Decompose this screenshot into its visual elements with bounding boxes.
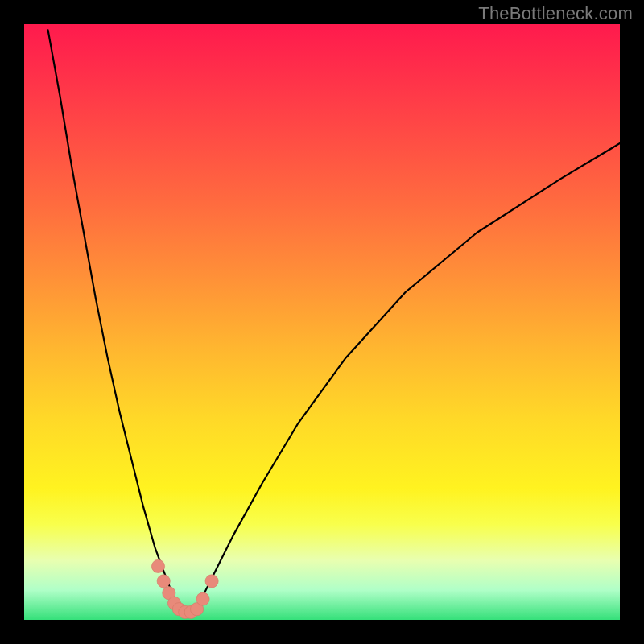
data-marker [151, 559, 164, 572]
bottleneck-svg [24, 24, 620, 620]
data-marker [205, 575, 218, 588]
data-marker [196, 592, 209, 605]
marker-group [151, 559, 218, 618]
chart-frame: TheBottleneck.com [0, 0, 644, 644]
plot-area [24, 24, 620, 620]
bottleneck-curve [48, 30, 620, 613]
watermark-text: TheBottleneck.com [478, 3, 633, 24]
data-marker [157, 575, 170, 588]
